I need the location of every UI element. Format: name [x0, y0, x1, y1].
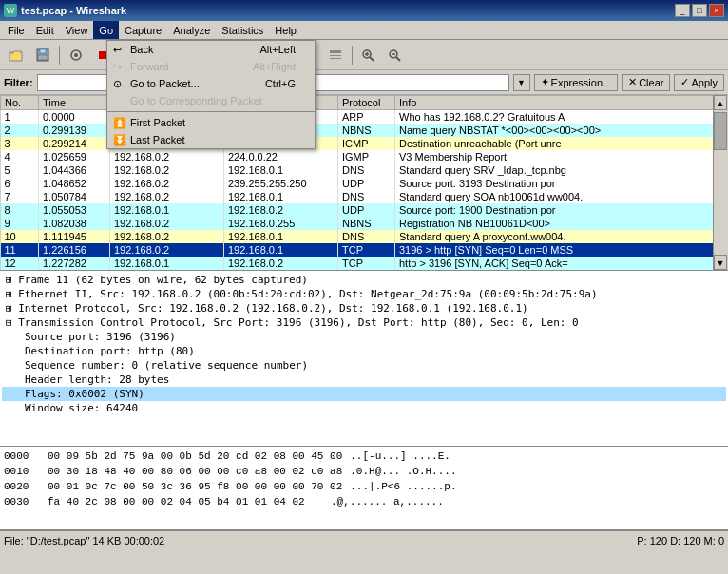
table-cell: 192.168.0.1 [224, 163, 338, 177]
detail-item[interactable]: Flags: 0x0002 (SYN) [2, 387, 726, 401]
table-cell: 9 [1, 217, 39, 230]
scrollbar-thumb[interactable] [714, 112, 727, 150]
hex-bytes: 00 01 0c 7c 00 50 3c 36 95 f8 00 00 00 0… [48, 479, 342, 494]
table-cell: Registration NB NB10061D<00> [395, 217, 728, 230]
expression-button[interactable]: ✦ Expression... [534, 74, 619, 91]
minimize-button[interactable]: _ [675, 4, 690, 17]
forward-shortcut: Alt+Right [253, 61, 296, 72]
table-cell: 3 [1, 137, 39, 150]
menu-item-back[interactable]: ↩ Back Alt+Left [107, 41, 315, 58]
first-packet-icon: ⏫ [113, 117, 126, 129]
detail-item[interactable]: Header length: 28 bytes [2, 373, 726, 387]
table-cell: 4 [1, 150, 39, 163]
detail-item[interactable]: ⊞ Ethernet II, Src: 192.168.0.2 (00:0b:5… [2, 287, 726, 301]
menu-statistics[interactable]: Statistics [216, 21, 269, 39]
clear-button[interactable]: ✕ Clear [622, 74, 670, 91]
table-row[interactable]: 121.227282192.168.0.1192.168.0.2TCPhttp … [1, 257, 728, 270]
table-cell: 192.168.0.1 [224, 243, 338, 257]
table-row[interactable]: 51.044366192.168.0.2192.168.0.1DNSStanda… [1, 163, 728, 177]
detail-item[interactable]: Sequence number: 0 (relative sequence nu… [2, 358, 726, 373]
table-row[interactable]: 91.082038192.168.0.2192.168.0.255NBNSReg… [1, 217, 728, 230]
table-cell: UDP [338, 177, 395, 190]
col-time[interactable]: Time [39, 96, 110, 110]
detail-item[interactable]: Source port: 3196 (3196) [2, 330, 726, 344]
table-cell: 1.082038 [39, 217, 110, 230]
back-shortcut: Alt+Left [259, 44, 296, 55]
table-cell: NBNS [338, 124, 395, 137]
zoom-out-button[interactable] [383, 44, 408, 67]
back-icon: ↩ [113, 44, 122, 56]
table-cell: ICMP [338, 137, 395, 150]
detail-item[interactable]: ⊞ Internet Protocol, Src: 192.168.0.2 (1… [2, 301, 726, 316]
table-cell: 1.044366 [39, 163, 110, 177]
col-no[interactable]: No. [1, 96, 39, 110]
hex-offset: 0000 [4, 449, 40, 464]
maximize-button[interactable]: □ [692, 4, 707, 17]
status-right: P: 120 D: 120 M: 0 [637, 535, 724, 546]
menu-analyze[interactable]: Analyze [167, 21, 216, 39]
menu-help[interactable]: Help [269, 21, 302, 39]
hex-ascii: ...|.P<6 ......p. [350, 479, 456, 494]
table-row[interactable]: 71.050784192.168.0.2192.168.0.1DNSStanda… [1, 190, 728, 203]
scrollbar-down[interactable]: ▼ [714, 255, 727, 270]
filter-dropdown-button[interactable]: ▼ [513, 74, 530, 91]
status-bar: File: "D:/test.pcap" 14 KB 00:00:02 P: 1… [0, 530, 728, 549]
goto-icon: ⊙ [113, 78, 122, 90]
capture-options-button[interactable] [64, 44, 88, 67]
table-cell: UDP [338, 203, 395, 217]
detail-item[interactable]: Window size: 64240 [2, 401, 726, 415]
table-row[interactable]: 61.048652192.168.0.2239.255.255.250UDPSo… [1, 177, 728, 190]
expression-label: Expression... [551, 77, 612, 88]
menu-item-first-packet[interactable]: ⏫ First Packet [107, 114, 315, 131]
auto-scroll-button[interactable] [323, 44, 348, 67]
window-title: test.pcap - Wireshark [21, 5, 126, 16]
toolbar-separator-5 [352, 46, 353, 65]
table-cell: NBNS [338, 217, 395, 230]
menu-file[interactable]: File [2, 21, 30, 39]
table-cell: 1.050784 [39, 190, 110, 203]
table-cell: Who has 192.168.0.2? Gratuitous A [395, 110, 728, 124]
table-row[interactable]: 81.055053192.168.0.1192.168.0.2UDPSource… [1, 203, 728, 217]
close-button[interactable]: × [709, 4, 724, 17]
menu-view[interactable]: View [60, 21, 94, 39]
menu-item-last-packet[interactable]: ⏬ Last Packet [107, 131, 315, 148]
hex-bytes: fa 40 2c 08 00 00 02 04 05 b4 01 01 04 0… [48, 494, 323, 509]
col-protocol[interactable]: Protocol [338, 96, 395, 110]
forward-label: Forward [130, 61, 168, 72]
col-info[interactable]: Info [395, 96, 728, 110]
scrollbar-up[interactable]: ▲ [714, 95, 727, 110]
hex-bytes: 00 30 18 48 40 00 80 06 00 00 c0 a8 00 0… [48, 464, 342, 479]
detail-item[interactable]: Destination port: http (80) [2, 344, 726, 358]
table-row[interactable]: 101.111945192.168.0.2192.168.0.1DNSStand… [1, 230, 728, 243]
table-cell: 1 [1, 110, 39, 124]
menu-item-goto-packet[interactable]: ⊙ Go to Packet... Ctrl+G [107, 75, 315, 92]
detail-item[interactable]: ⊟ Transmission Control Protocol, Src Por… [2, 316, 726, 330]
menu-capture[interactable]: Capture [119, 21, 167, 39]
apply-button[interactable]: ✓ Apply [674, 74, 724, 91]
go-menu-dropdown: ↩ Back Alt+Left ↪ Forward Alt+Right ⊙ Go… [106, 40, 316, 149]
table-cell: Standard query SOA nb10061d.ww004. [395, 190, 728, 203]
status-left: File: "D:/test.pcap" 14 KB 00:00:02 [4, 535, 164, 546]
title-bar-controls[interactable]: _ □ × [675, 4, 724, 17]
hex-offset: 0020 [4, 479, 40, 494]
table-scrollbar[interactable]: ▲ ▼ [713, 95, 728, 270]
title-bar: W test.pcap - Wireshark _ □ × [0, 0, 728, 21]
svg-rect-15 [330, 55, 341, 56]
table-row[interactable]: 111.226156192.168.0.2192.168.0.1TCP3196 … [1, 243, 728, 257]
table-cell: 1.227282 [39, 257, 110, 270]
open-button[interactable] [4, 44, 29, 67]
table-row[interactable]: 41.025659192.168.0.2224.0.0.22IGMPV3 Mem… [1, 150, 728, 163]
svg-line-18 [370, 57, 374, 61]
menu-edit[interactable]: Edit [30, 21, 60, 39]
table-cell: 192.168.0.1 [110, 203, 224, 217]
table-cell: ARP [338, 110, 395, 124]
save-button[interactable] [30, 44, 55, 67]
table-cell: 0.299139 [39, 124, 110, 137]
hex-ascii: .0.H@... .O.H.... [350, 464, 456, 479]
table-cell: Standard query A proxyconf.ww004. [395, 230, 728, 243]
table-cell: 0.0000 [39, 110, 110, 124]
detail-item[interactable]: ⊞ Frame 11 (62 bytes on wire, 62 bytes c… [2, 273, 726, 287]
svg-rect-16 [330, 58, 341, 59]
zoom-in-button[interactable] [356, 44, 381, 67]
menu-go[interactable]: Go [93, 21, 119, 39]
